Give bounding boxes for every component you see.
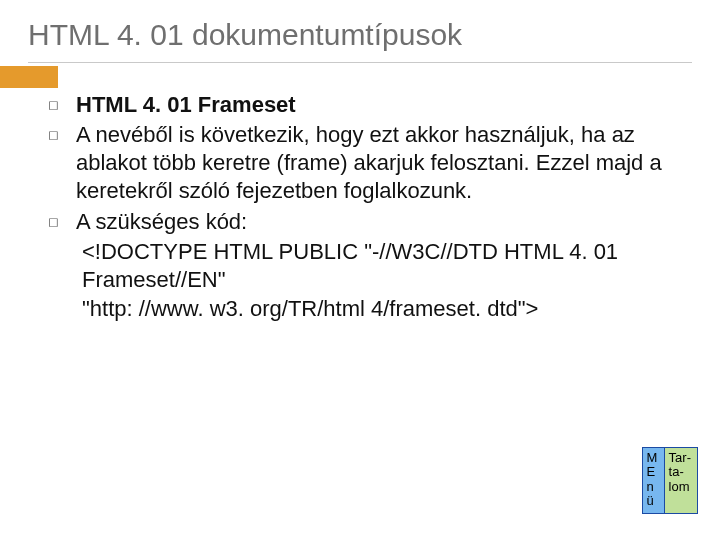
toc-button[interactable]: Tar- ta- lom (664, 447, 698, 514)
list-item: ◻ A nevéből is következik, hogy ezt akko… (46, 121, 686, 205)
list-item-text: A nevéből is következik, hogy ezt akkor … (76, 121, 686, 205)
accent-bar (0, 66, 58, 88)
list-item: ◻ HTML 4. 01 Frameset (46, 91, 686, 119)
bullet-icon: ◻ (46, 91, 76, 119)
list-item-text: A szükséges kód: (76, 208, 686, 236)
list-item: ◻ A szükséges kód: (46, 208, 686, 236)
list-item-text: HTML 4. 01 Frameset (76, 91, 686, 119)
menu-button[interactable]: M E n ü (642, 447, 664, 514)
code-line: "http: //www. w3. org/TR/html 4/frameset… (46, 295, 686, 323)
slide-body: ◻ HTML 4. 01 Frameset ◻ A nevéből is köv… (28, 91, 692, 323)
bullet-icon: ◻ (46, 121, 76, 205)
slide-title: HTML 4. 01 dokumentumtípusok (28, 18, 692, 52)
code-line: <!DOCTYPE HTML PUBLIC "-//W3C//DTD HTML … (46, 238, 686, 294)
nav-box: M E n ü Tar- ta- lom (642, 447, 698, 514)
slide: HTML 4. 01 dokumentumtípusok ◻ HTML 4. 0… (0, 0, 720, 540)
bullet-icon: ◻ (46, 208, 76, 236)
title-rule (28, 62, 692, 63)
